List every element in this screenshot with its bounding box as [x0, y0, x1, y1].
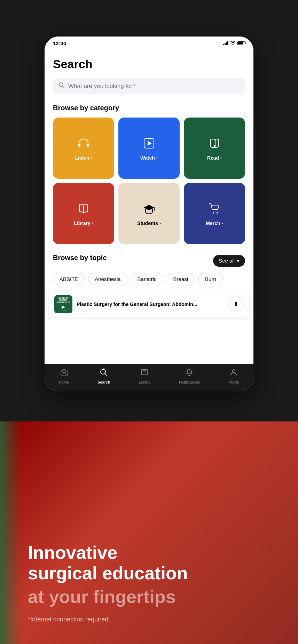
- play-icon: [143, 137, 155, 152]
- search-icon: [58, 82, 65, 90]
- topic-bariatric[interactable]: Bariatric: [131, 273, 163, 285]
- svg-marker-4: [148, 141, 152, 146]
- marketing-title: Innovativesurgical education: [28, 542, 277, 584]
- thumb-text-top: ANNALS OFSURGERYJOURNAL CLUB: [56, 297, 70, 303]
- chevron-down-icon: ▾: [237, 258, 240, 264]
- mini-player-info: Plastic Surgery for the General Surgeon:…: [77, 301, 228, 307]
- see-all-button[interactable]: See all ▾: [213, 255, 245, 267]
- main-scroll: Search Browse by category: [45, 49, 253, 364]
- bell-icon: [185, 368, 194, 379]
- library-nav-icon: [140, 368, 149, 379]
- cart-icon: [208, 202, 221, 218]
- home-icon: [60, 368, 68, 379]
- search-input[interactable]: [68, 83, 240, 90]
- mini-player-title: Plastic Surgery for the General Surgeon:…: [77, 301, 228, 307]
- students-label: Students ›: [137, 220, 161, 226]
- nav-library[interactable]: Library: [135, 367, 155, 386]
- category-watch[interactable]: Watch ›: [118, 118, 180, 179]
- category-listen[interactable]: Listen ›: [53, 118, 114, 179]
- svg-point-7: [217, 212, 218, 214]
- category-merch[interactable]: Merch ›: [184, 183, 245, 244]
- mini-player-left: ANNALS OFSURGERYJOURNAL CLUB ▶ Journal C…: [54, 295, 228, 313]
- battery-icon: [237, 41, 245, 45]
- search-bar[interactable]: [53, 78, 245, 94]
- listen-label: Listen ›: [75, 155, 92, 161]
- bookopen-icon: [77, 202, 90, 218]
- category-grid: Listen › Watch: [53, 118, 245, 244]
- graduation-icon: [143, 202, 155, 218]
- nav-profile[interactable]: Profile: [224, 367, 243, 386]
- nav-notifications-label: Notifications: [179, 380, 200, 384]
- category-students[interactable]: Students ›: [118, 183, 180, 244]
- headphones-icon: [77, 137, 90, 152]
- marketing-section: Innovativesurgical education at your fin…: [0, 421, 298, 644]
- nav-notifications[interactable]: Notifications: [175, 367, 204, 386]
- status-time: 12:30: [53, 40, 66, 46]
- wifi-icon: [230, 41, 236, 46]
- bottom-nav: Home Search: [45, 364, 253, 391]
- person-icon: [229, 368, 238, 379]
- category-section-title: Browse by category: [53, 104, 245, 112]
- mini-player[interactable]: ANNALS OFSURGERYJOURNAL CLUB ▶ Journal C…: [49, 291, 249, 317]
- category-library[interactable]: Library ›: [53, 183, 114, 244]
- nav-search-label: Search: [97, 380, 110, 384]
- thumb-text-bottom: Journal Club: [60, 310, 67, 312]
- mini-player-thumbnail: ANNALS OFSURGERYJOURNAL CLUB ▶ Journal C…: [54, 295, 72, 313]
- category-read[interactable]: Read ›: [184, 118, 245, 179]
- nav-profile-label: Profile: [228, 380, 239, 384]
- watch-label: Watch ›: [140, 155, 157, 161]
- page-content: Search Browse by category: [45, 49, 253, 291]
- pause-button[interactable]: ⏸: [228, 297, 244, 312]
- topic-pills: ABSITE Anesthesia Bariatric Breast Burn: [53, 273, 245, 291]
- topic-burn[interactable]: Burn: [198, 273, 223, 285]
- svg-point-6: [213, 212, 214, 214]
- thumb-play-icon: ▶: [62, 304, 65, 309]
- marketing-image-overlay: [0, 421, 21, 644]
- merch-label: Merch ›: [206, 220, 223, 226]
- nav-search[interactable]: Search: [93, 367, 115, 386]
- signal-icon: [223, 41, 228, 45]
- svg-rect-1: [78, 144, 80, 147]
- topic-anesthesia[interactable]: Anesthesia: [88, 273, 127, 285]
- topic-breast[interactable]: Breast: [167, 273, 195, 285]
- marketing-subtitle: at your fingertips: [28, 587, 277, 607]
- nav-library-label: Library: [139, 380, 151, 384]
- book-icon: [208, 137, 221, 152]
- topic-section-title: Browse by topic: [53, 254, 107, 262]
- marketing-note: *Internet connection required.: [28, 616, 277, 623]
- library-label: Library ›: [74, 220, 93, 226]
- nav-home[interactable]: Home: [55, 367, 73, 386]
- nav-home-label: Home: [59, 380, 69, 384]
- page-title: Search: [53, 57, 245, 71]
- pause-icon: ⏸: [233, 301, 239, 307]
- status-icons: [223, 41, 245, 46]
- topic-absite[interactable]: ABSITE: [53, 273, 85, 285]
- svg-point-9: [232, 370, 235, 372]
- app-content: Search Browse by category: [45, 49, 253, 391]
- read-label: Read ›: [207, 155, 222, 161]
- topic-header: Browse by topic See all ▾: [53, 254, 245, 267]
- svg-rect-2: [87, 144, 89, 147]
- phone-frame: 12:30 Search: [45, 37, 253, 391]
- search-nav-icon: [100, 368, 108, 379]
- nav-dot: [103, 368, 105, 369]
- status-bar: 12:30: [45, 37, 253, 49]
